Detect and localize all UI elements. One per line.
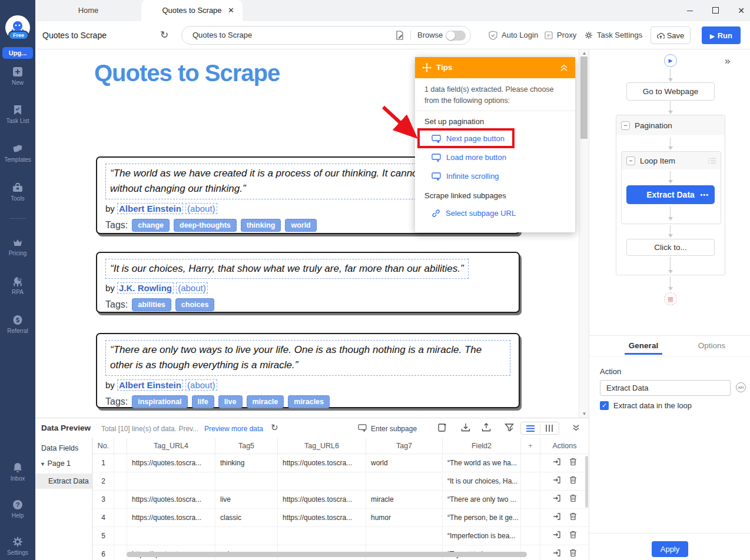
- select-subpage-url-option[interactable]: Select subpage URL: [432, 209, 516, 218]
- extract-in-loop-checkbox[interactable]: ✓: [600, 401, 609, 410]
- col-field2[interactable]: Field2: [443, 438, 521, 454]
- workflow-node-extract-data[interactable]: Extract Data •••: [626, 185, 715, 204]
- cell-tag-url6[interactable]: https://quotes.toscra...: [278, 508, 366, 526]
- preview-more-data-link[interactable]: Preview more data: [204, 425, 263, 433]
- sidebar-item-new[interactable]: New: [0, 66, 35, 86]
- cell-field2[interactable]: “It is our choices, Ha...: [443, 472, 521, 490]
- scroll-down-arrow[interactable]: ▼: [579, 411, 589, 416]
- auto-login-button[interactable]: Auto Login: [502, 21, 538, 49]
- tips-header[interactable]: Tips: [415, 57, 575, 78]
- quote-text[interactable]: “There are only two ways to live your li…: [105, 340, 510, 376]
- cell-tag5[interactable]: classic: [215, 508, 278, 526]
- author-link[interactable]: Albert Einstein: [117, 379, 183, 391]
- edit-document-icon[interactable]: [395, 31, 404, 40]
- quote-card-2[interactable]: “It is our choices, Harry, that show wha…: [96, 252, 520, 313]
- cell-tag7[interactable]: [366, 472, 443, 490]
- cell-select[interactable]: [114, 526, 127, 545]
- cell-tag5[interactable]: [215, 526, 278, 545]
- sidebar-item-help[interactable]: ? Help: [0, 499, 35, 519]
- delete-row-icon[interactable]: [569, 476, 577, 486]
- cell-tag7[interactable]: world: [366, 454, 443, 472]
- cell-tag-url6[interactable]: [278, 526, 366, 545]
- tag-pill[interactable]: choices: [175, 298, 215, 311]
- cell-select[interactable]: [114, 508, 127, 526]
- enter-subpage-row-icon[interactable]: [553, 549, 561, 559]
- workflow-node-goto-webpage[interactable]: Go to Webpage: [626, 82, 715, 101]
- delete-row-icon[interactable]: [569, 458, 577, 468]
- tag-pill[interactable]: life: [192, 395, 214, 408]
- sidebar-item-settings[interactable]: Settings: [0, 536, 35, 556]
- collapse-up-icon[interactable]: [560, 64, 568, 72]
- sidebar-item-referral[interactable]: $ Referral: [0, 314, 35, 334]
- sidebar-item-tools[interactable]: Tools: [0, 182, 35, 202]
- filter-icon[interactable]: [505, 423, 514, 432]
- add-column-icon[interactable]: [437, 423, 447, 432]
- infinite-scrolling-option[interactable]: Infinite scrolling: [432, 172, 499, 181]
- cell-tag-url6[interactable]: [278, 472, 366, 490]
- enter-subpage-button[interactable]: Enter subpage: [371, 425, 417, 433]
- cell-field2[interactable]: “There are only two ...: [443, 490, 521, 508]
- delete-row-icon[interactable]: [569, 512, 577, 522]
- load-more-button-option[interactable]: Load more button: [432, 153, 506, 162]
- table-row[interactable]: 4 https://quotes.toscra... classic https…: [93, 508, 589, 526]
- delete-row-icon[interactable]: [569, 549, 577, 559]
- about-link[interactable]: (about): [176, 282, 208, 294]
- workflow-start-node[interactable]: ▶: [664, 54, 677, 67]
- save-button[interactable]: Save: [651, 26, 691, 44]
- quote-card-3[interactable]: “There are only two ways to live your li…: [96, 333, 520, 408]
- cell-tag7[interactable]: miracle: [366, 490, 443, 508]
- fields-extract-data-node[interactable]: Extract Data: [35, 474, 92, 489]
- scrollbar-thumb[interactable]: [580, 56, 588, 139]
- cell-tag-url6[interactable]: https://quotes.toscra...: [278, 454, 366, 472]
- cell-tag-url6[interactable]: https://quotes.toscra...: [278, 490, 366, 508]
- tag-pill[interactable]: live: [218, 395, 243, 408]
- cell-tag7[interactable]: humor: [366, 508, 443, 526]
- table-row[interactable]: 1 https://quotes.toscra... thinking http…: [93, 454, 589, 472]
- delete-row-icon[interactable]: [569, 531, 577, 541]
- collapse-preview-icon[interactable]: [572, 424, 580, 432]
- about-link[interactable]: (about): [185, 203, 217, 214]
- col-tag5[interactable]: Tag5: [215, 438, 278, 454]
- proxy-button[interactable]: Proxy: [557, 21, 576, 49]
- window-minimize-button[interactable]: ─: [680, 0, 700, 21]
- enter-subpage-row-icon[interactable]: [553, 458, 561, 468]
- cell-tag-url4[interactable]: https://quotes.toscra...: [127, 454, 215, 472]
- cell-tag5[interactable]: [215, 472, 278, 490]
- tag-pill[interactable]: miracles: [288, 395, 330, 408]
- cell-tag-url4[interactable]: https://quotes.toscra...: [127, 508, 215, 526]
- action-input[interactable]: Extract Data: [600, 380, 731, 396]
- enter-subpage-row-icon[interactable]: [553, 531, 561, 541]
- cell-field2[interactable]: “The world as we ha...: [443, 454, 521, 472]
- cell-field2[interactable]: “The person, be it ge...: [443, 508, 521, 526]
- browse-toggle[interactable]: [446, 31, 466, 41]
- url-input[interactable]: Quotes to Scrape Browse: [181, 26, 471, 45]
- workflow-end-node[interactable]: ▦: [664, 292, 677, 305]
- col-no[interactable]: No.: [93, 438, 114, 454]
- workflow-node-click-to[interactable]: Click to...: [626, 239, 715, 256]
- cell-tag-url4[interactable]: https://quotes.toscra...: [127, 490, 215, 508]
- fields-page-node[interactable]: ▼ Page 1: [35, 452, 92, 468]
- refresh-preview-icon[interactable]: ↻: [271, 422, 278, 433]
- table-vertical-scrollbar[interactable]: [585, 456, 588, 508]
- window-close-button[interactable]: ✕: [731, 0, 750, 21]
- table-row[interactable]: 2 “It is our choices, Ha...: [93, 472, 589, 490]
- author-link[interactable]: J.K. Rowling: [117, 282, 174, 294]
- collapse-node-button[interactable]: −: [626, 156, 635, 165]
- browser-scrollbar[interactable]: ▲ ▼: [579, 49, 589, 418]
- scroll-up-arrow[interactable]: ▲: [579, 51, 589, 56]
- col-tag-url4[interactable]: Tag_URL4: [127, 438, 215, 454]
- upgrade-button[interactable]: Upg...: [2, 47, 33, 59]
- sidebar-item-inbox[interactable]: Inbox: [0, 462, 35, 482]
- row-view-icon[interactable]: [526, 425, 535, 432]
- tag-pill[interactable]: miracle: [247, 395, 284, 408]
- refresh-icon[interactable]: ↻: [160, 21, 168, 49]
- enter-subpage-row-icon[interactable]: [553, 512, 561, 522]
- quote-text[interactable]: “It is our choices, Harry, that show wha…: [105, 259, 469, 279]
- apply-button[interactable]: Apply: [652, 541, 688, 557]
- tag-pill[interactable]: change: [132, 219, 170, 232]
- window-maximize-button[interactable]: [705, 0, 725, 21]
- add-field-button[interactable]: +: [521, 438, 540, 454]
- sidebar-item-templates[interactable]: Templates: [0, 143, 35, 163]
- tab-close-icon[interactable]: ✕: [228, 0, 234, 21]
- table-horizontal-scrollbar[interactable]: [127, 552, 527, 557]
